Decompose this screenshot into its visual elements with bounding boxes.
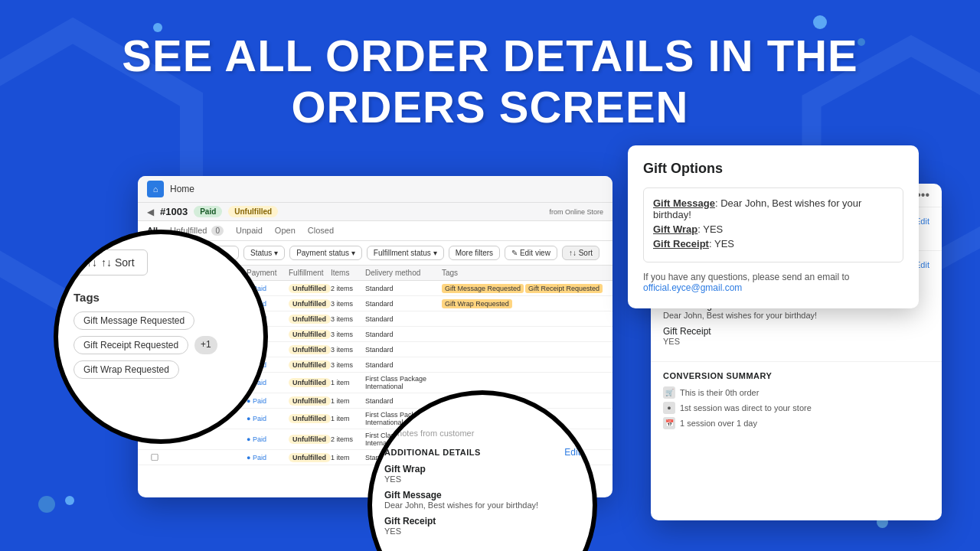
- row-delivery: First Class Package International: [365, 375, 442, 390]
- gift-options-box: Gift Message: Dear John, Best wishes for…: [643, 187, 903, 262]
- sort-button-zoomed[interactable]: ↑↓ ↑↓ Sort: [74, 249, 148, 276]
- unfulfilled-badge: Unfulfilled: [228, 206, 278, 217]
- tag-chip-gift-message: Gift Message Requested: [74, 311, 194, 330]
- tab-closed[interactable]: Closed: [308, 226, 334, 240]
- paid-badge: Paid: [194, 206, 222, 217]
- row-payment: ● Paid: [247, 415, 289, 422]
- status-filter-btn[interactable]: Status ▾: [243, 246, 285, 260]
- row-delivery: Standard: [365, 285, 442, 292]
- gift-receipt-field-label: Gift Receipt: [653, 238, 709, 249]
- orders-tabs: All Unfulfilled 0 Unpaid Open Closed: [138, 221, 612, 241]
- conversion-icon-3: 📅: [663, 417, 675, 429]
- gift-wrap-field: Gift Wrap: YES: [653, 223, 893, 235]
- gift-wrap-field-label: Gift Wrap: [653, 223, 697, 235]
- row-fulfillment: Unfulfilled: [289, 378, 331, 387]
- row-items: 2 items: [331, 285, 365, 292]
- row-items: 1 item: [331, 397, 365, 405]
- conversion-text-1: This is their 0th order: [680, 388, 759, 397]
- heading-line2: ORDERS SCREEN: [292, 82, 689, 132]
- conversion-icon-1: 🛒: [663, 386, 675, 399]
- gift-wrap-value: YES: [384, 474, 580, 484]
- heading-line1: SEE ALL ORDER DETAILS IN THE: [122, 31, 858, 80]
- tags-heading: Tags: [74, 291, 248, 304]
- row-items: 3 items: [331, 361, 365, 369]
- nav-back[interactable]: ◀: [147, 207, 154, 217]
- gift-receipt-label: Gift Receipt: [384, 516, 580, 527]
- decorative-dot: [813, 15, 827, 29]
- row-delivery: Standard: [365, 331, 442, 338]
- row-fulfillment: Unfulfilled: [289, 284, 331, 293]
- panel-gift-receipt-label: Gift Receipt: [663, 326, 929, 337]
- row-items: 3 items: [331, 331, 365, 338]
- fulfillment-filter-btn[interactable]: Fulfillment status ▾: [367, 246, 444, 260]
- row-items: 2 items: [331, 435, 365, 443]
- panel-gift-receipt-value: YES: [663, 337, 929, 346]
- row-tags: Gift Message RequestedGift Receipt Reque…: [442, 285, 503, 292]
- tab-open[interactable]: Open: [275, 226, 296, 240]
- panel-conversion-section: Conversion summary 🛒 This is their 0th o…: [651, 362, 942, 442]
- gift-receipt-value: YES: [384, 527, 580, 536]
- tag-plus-more: +1: [194, 336, 217, 354]
- gift-message-label: Gift Message: [384, 490, 580, 500]
- row-items: 3 items: [331, 315, 365, 323]
- row-fulfillment: Unfulfilled: [289, 315, 331, 324]
- gift-options-popup: Gift Options Gift Message: Dear John, Be…: [628, 145, 919, 308]
- gift-note-text: If you have any questions, please send a…: [643, 272, 850, 282]
- row-fulfillment: Unfulfilled: [289, 299, 331, 308]
- row-items: 3 items: [331, 346, 365, 354]
- no-notes-text: No notes from customer: [384, 429, 580, 438]
- gift-message-field-label: Gift Message: [653, 197, 715, 209]
- additional-edit-link[interactable]: Edit: [564, 447, 580, 458]
- edit-view-btn[interactable]: ✎ Edit view: [505, 246, 557, 260]
- gift-wrap-detail: Gift Wrap YES: [384, 464, 580, 484]
- order-number: #1003: [160, 206, 188, 217]
- row-items: 1 item: [331, 454, 365, 461]
- row-fulfillment: Unfulfilled: [289, 453, 331, 462]
- gift-wrap-field-value: YES: [703, 223, 723, 235]
- tags-row-2: Gift Wrap Requested: [74, 360, 248, 379]
- shopify-header: ⌂ Home: [138, 176, 612, 203]
- payment-filter-btn[interactable]: Payment status ▾: [289, 246, 362, 260]
- more-filters-btn[interactable]: More filters: [449, 246, 500, 260]
- row-fulfillment: Unfulfilled: [289, 360, 331, 370]
- row-payment: ● Paid: [247, 435, 289, 443]
- row-delivery: Standard: [365, 315, 442, 323]
- sort-label: ↑↓ Sort: [101, 256, 135, 269]
- row-checkbox[interactable]: [149, 454, 160, 461]
- additional-details-title: ADDITIONAL DETAILS: [384, 448, 481, 457]
- col-payment: Payment: [247, 269, 289, 277]
- gift-wrap-label: Gift Wrap: [384, 464, 580, 474]
- row-items: 3 items: [331, 300, 365, 308]
- row-payment: ● Paid: [247, 397, 289, 405]
- row-delivery: Standard: [365, 361, 442, 369]
- row-delivery: Standard: [365, 346, 442, 354]
- screenshots-container: ⌂ Home ◀ #1003 Paid Unfulfilled from Onl…: [38, 153, 942, 536]
- conversion-text-2: 1st session was direct to your store: [680, 403, 812, 412]
- gift-receipt-field: Gift Receipt: YES: [653, 238, 893, 249]
- main-heading: SEE ALL ORDER DETAILS IN THE ORDERS SCRE…: [0, 31, 980, 132]
- tags-row-1: Gift Message Requested Gift Receipt Requ…: [74, 311, 248, 354]
- row-fulfillment: Unfulfilled: [289, 435, 331, 444]
- home-label: Home: [170, 184, 194, 194]
- gift-email-link[interactable]: official.eyce@gmail.com: [643, 282, 742, 293]
- conversion-item-2: ● 1st session was direct to your store: [663, 402, 929, 414]
- conversion-item-1: 🛒 This is their 0th order: [663, 386, 929, 399]
- sort-btn[interactable]: ↑↓ Sort: [562, 246, 599, 260]
- row-fulfillment: Unfulfilled: [289, 414, 331, 423]
- row-items: 1 item: [331, 379, 365, 386]
- row-delivery: Standard: [365, 300, 442, 308]
- row-fulfillment: Unfulfilled: [289, 345, 331, 354]
- source-label: from Online Store: [549, 208, 603, 216]
- row-items: 1 item: [331, 415, 365, 422]
- sort-zoom-circle: ↑↓ ↑↓ Sort Tags Gift Message Requested G…: [54, 230, 268, 444]
- panel-gift-message-value: Dear John, Best wishes for your birthday…: [663, 311, 929, 320]
- home-icon: ⌂: [147, 181, 164, 197]
- tab-unpaid[interactable]: Unpaid: [236, 226, 263, 240]
- gift-message-value: Dear John, Best wishes for your birthday…: [384, 500, 580, 510]
- gift-receipt-field-value: YES: [714, 238, 734, 249]
- conversion-icon-2: ●: [663, 402, 675, 414]
- gift-message-detail: Gift Message Dear John, Best wishes for …: [384, 490, 580, 510]
- conversion-title: Conversion summary: [663, 371, 929, 380]
- order-detail-bar: ◀ #1003 Paid Unfulfilled from Online Sto…: [138, 203, 612, 221]
- row-fulfillment: Unfulfilled: [289, 330, 331, 339]
